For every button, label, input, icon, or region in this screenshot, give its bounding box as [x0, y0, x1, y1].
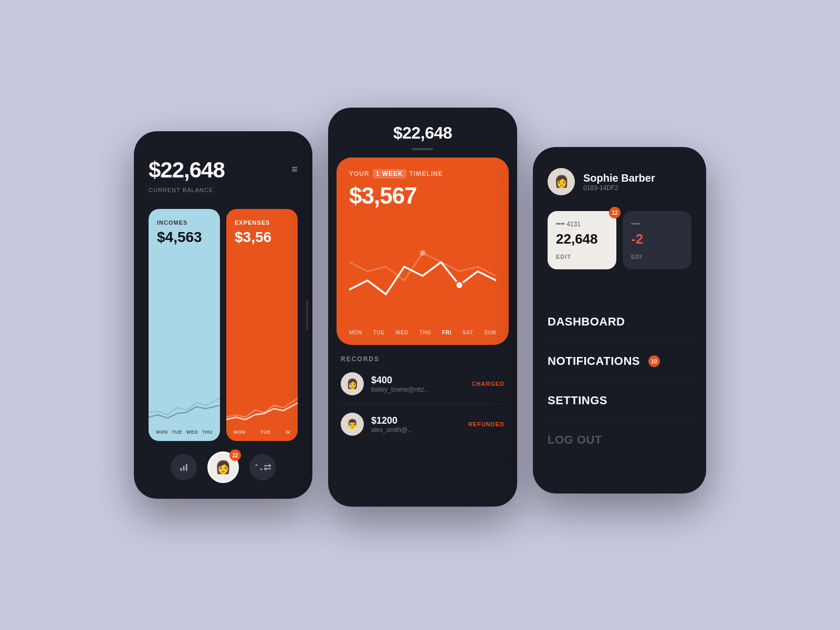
divider-3	[548, 420, 691, 421]
timeline-header: YOUR 1 WEEK TIMELINE	[349, 169, 496, 178]
record-avatar-0: 👩	[341, 372, 364, 395]
notifications-badge: 10	[648, 355, 660, 367]
expense-card[interactable]: EXPENSES $3,56 MON TUE W	[226, 209, 298, 441]
record-email-0: bailey_towne@nitz..	[371, 386, 464, 393]
week-label[interactable]: 1 WEEK	[373, 169, 406, 178]
user-name: Sophie Barber	[583, 172, 655, 184]
mini-card-2-number: ••••	[631, 220, 683, 228]
records-section: RECORDS 👩 $400 bailey_towne@nitz.. CHARG…	[328, 345, 517, 507]
timeline-card: YOUR 1 WEEK TIMELINE $3,567	[337, 158, 509, 345]
transfer-icon	[254, 463, 264, 472]
nav-avatar-wrap[interactable]: 👩 22	[207, 452, 239, 483]
income-amount: $4,563	[157, 229, 212, 246]
logout-label: LOG OUT	[548, 433, 602, 447]
dashboard-label: DASHBOARD	[548, 315, 625, 329]
record-info-1: $1200 alex_smith@..	[371, 415, 461, 434]
income-title: INCOMES	[157, 219, 212, 226]
bottom-nav: 👩 22 ⇄	[149, 441, 298, 488]
phones-container: $22,648 ≡ CURRENT BALANCE INCOMES $4,563	[92, 92, 748, 538]
record-email-1: alex_smith@..	[371, 426, 461, 434]
user-id: 0183-14DF2	[583, 184, 655, 192]
drag-handle	[412, 148, 433, 150]
nav-notifications[interactable]: NOTIFICATIONS 10	[548, 347, 691, 375]
balance-header: $22,648 ≡	[149, 158, 298, 183]
chart-icon	[179, 463, 188, 472]
expense-amount: $3,56	[235, 229, 289, 246]
record-avatar-1: 👨	[341, 413, 364, 436]
record-info-0: $400 bailey_towne@nitz..	[371, 375, 464, 393]
records-title: RECORDS	[341, 355, 505, 363]
nav-settings[interactable]: SETTINGS	[548, 386, 691, 415]
timeline-chart	[349, 219, 496, 314]
svg-rect-1	[183, 466, 185, 471]
svg-point-4	[420, 250, 426, 256]
record-amount-1: $1200	[371, 415, 461, 426]
chart-nav-button[interactable]	[171, 454, 197, 480]
nav-menu: DASHBOARD NOTIFICATIONS 10 SETTINGS LOG …	[548, 284, 691, 478]
nav-notification-badge: 22	[229, 449, 241, 461]
mini-card-1-number: •••• 4131	[556, 220, 608, 228]
your-label: YOUR	[349, 170, 370, 177]
mini-card-2-edit[interactable]: EDI	[631, 254, 683, 260]
svg-point-3	[456, 281, 463, 289]
income-card[interactable]: INCOMES $4,563 MON TUE WED THU	[149, 209, 220, 441]
divider-2	[548, 381, 691, 381]
mini-card-1-balance: 22,648	[556, 231, 608, 247]
timeline-amount: $3,567	[349, 183, 496, 209]
mini-card-2-balance: -2	[631, 231, 683, 247]
income-chart	[149, 384, 220, 426]
nav-dashboard[interactable]: DASHBOARD	[548, 308, 691, 336]
user-info: Sophie Barber 0183-14DF2	[583, 172, 655, 192]
record-status-1: REFUNDED	[468, 421, 505, 427]
balance-label: CURRENT BALANCE	[149, 187, 298, 193]
expense-title: EXPENSES	[235, 219, 289, 226]
timeline-chart-area	[349, 219, 496, 324]
expense-chart	[226, 384, 298, 426]
timeline-label: TIMELINE	[410, 170, 443, 177]
notifications-label: NOTIFICATIONS	[548, 354, 640, 368]
cards-row: INCOMES $4,563 MON TUE WED THU	[149, 209, 298, 441]
menu-icon[interactable]: ≡	[291, 164, 298, 174]
balance-amount: $22,648	[149, 158, 225, 183]
svg-rect-0	[180, 468, 182, 471]
mini-card-1-edit[interactable]: EDIT	[556, 254, 608, 260]
user-avatar: 👩	[548, 168, 575, 195]
transfer-nav-button[interactable]: ⇄	[249, 454, 276, 480]
settings-label: SETTINGS	[548, 394, 607, 407]
nav-logout[interactable]: LOG OUT	[548, 426, 691, 454]
expense-chart-days: MON TUE W	[234, 424, 290, 435]
record-item-1[interactable]: 👨 $1200 alex_smith@.. REFUNDED	[341, 413, 505, 444]
record-item-0[interactable]: 👩 $400 bailey_towne@nitz.. CHARGED	[341, 372, 505, 404]
record-status-0: CHARGED	[471, 381, 505, 387]
mini-card-badge: 12	[609, 207, 621, 218]
timeline-chart-days: MON TUE WED THU FRI SAT SUN	[349, 330, 496, 335]
user-header: 👩 Sophie Barber 0183-14DF2	[548, 168, 691, 195]
svg-rect-2	[186, 464, 187, 471]
divider-1	[548, 341, 691, 342]
record-amount-0: $400	[371, 375, 464, 386]
mini-card-2[interactable]: •••• -2 EDI	[623, 211, 691, 269]
phone-1: $22,648 ≡ CURRENT BALANCE INCOMES $4,563	[134, 131, 312, 499]
income-chart-days: MON TUE WED THU	[156, 424, 213, 435]
cards-scroll-row: 12 •••• 4131 22,648 EDIT •••• -2 EDI	[548, 211, 691, 269]
mini-card-1[interactable]: 12 •••• 4131 22,648 EDIT	[548, 211, 616, 269]
p2-top-amount: $22,648	[328, 118, 517, 148]
phone-2: $22,648 YOUR 1 WEEK TIMELINE $3,567	[328, 108, 517, 507]
phone-3: 👩 Sophie Barber 0183-14DF2 12 •••• 4131 …	[533, 147, 706, 494]
